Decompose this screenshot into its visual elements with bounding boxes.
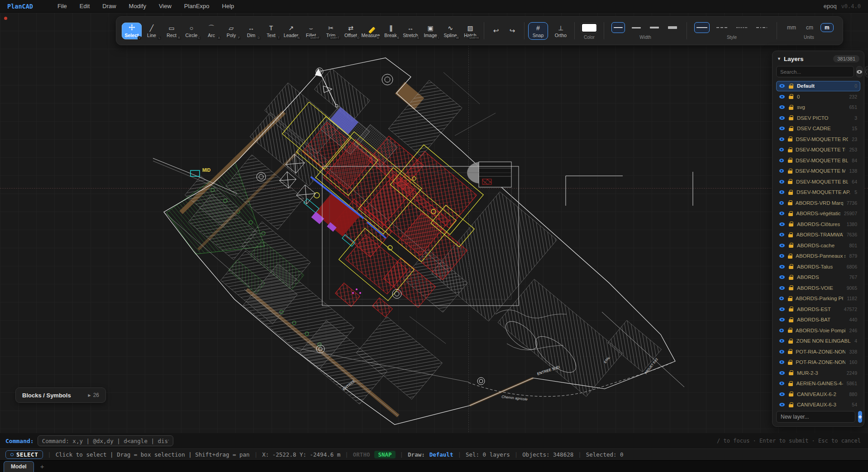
menu-modify[interactable]: Modify <box>123 3 153 9</box>
lock-icon[interactable] <box>788 126 793 131</box>
layer-row[interactable]: ABORDS-Clôtures1380 <box>776 219 860 230</box>
tool-measure[interactable]: MeasureM <box>361 23 381 39</box>
lock-icon[interactable] <box>787 158 792 163</box>
visibility-eye-icon[interactable] <box>779 350 784 354</box>
lock-icon[interactable] <box>788 84 793 89</box>
color-swatch[interactable] <box>582 24 596 32</box>
lock-icon[interactable] <box>788 137 792 142</box>
lock-icon[interactable] <box>788 381 792 386</box>
visibility-eye-icon[interactable] <box>779 159 784 162</box>
visibility-eye-icon[interactable] <box>779 265 785 269</box>
tool-arc[interactable]: ⌒ArcA <box>201 23 221 39</box>
layer-row[interactable]: AERIEN-GAINES-4-25861 <box>776 378 860 389</box>
style-option-dashdot[interactable] <box>754 22 769 33</box>
layer-row[interactable]: DSEV PICTO3 <box>776 113 860 123</box>
layer-row[interactable]: POT-RIA-ZONE-NON-...338 <box>776 347 860 357</box>
ortho-toggle[interactable]: ⊥ Ortho <box>551 23 571 39</box>
visibility-eye-icon[interactable] <box>779 116 785 120</box>
layer-row[interactable]: POT-RIA-ZONE-NON-...160 <box>776 357 860 368</box>
visibility-eye-icon[interactable] <box>779 382 784 385</box>
lock-icon[interactable] <box>788 179 792 184</box>
tab-model[interactable]: Model <box>4 461 34 472</box>
snap-toggle[interactable]: # Snap <box>528 22 548 40</box>
visibility-eye-icon[interactable] <box>779 297 784 300</box>
visibility-eye-icon[interactable] <box>779 371 785 375</box>
ortho-status[interactable]: ORTHO <box>353 451 370 458</box>
visibility-eye-icon[interactable] <box>779 318 785 321</box>
lock-icon[interactable] <box>788 339 792 344</box>
drawing-viewport[interactable]: MID <box>0 13 868 433</box>
visibility-eye-icon[interactable] <box>779 286 785 290</box>
visibility-eye-icon[interactable] <box>779 244 785 247</box>
visibility-eye-icon[interactable] <box>779 95 785 99</box>
lock-icon[interactable] <box>788 232 792 237</box>
layer-row[interactable]: DSEV-MOQUETTE BL...64 <box>776 177 860 187</box>
tool-rect[interactable]: ▭RectR <box>162 23 181 39</box>
tool-poly[interactable]: ▱PolyP <box>221 23 241 39</box>
lock-icon[interactable] <box>788 243 793 248</box>
visibility-eye-icon[interactable] <box>779 360 784 364</box>
lock-icon[interactable] <box>787 296 792 301</box>
tool-offset[interactable]: ⇄OffsetO <box>341 23 361 39</box>
tool-leader[interactable]: ↗LeaderN <box>281 23 301 39</box>
style-option-solid[interactable] <box>694 22 710 33</box>
tool-text[interactable]: TTextT <box>261 23 281 39</box>
layer-row[interactable]: DSEV-MOQUETTE RO...23 <box>776 134 860 145</box>
menu-file[interactable]: File <box>51 3 73 9</box>
visibility-eye-icon[interactable] <box>779 105 785 109</box>
visibility-eye-icon[interactable] <box>779 254 784 258</box>
lock-icon[interactable] <box>787 328 792 333</box>
lock-icon[interactable] <box>788 392 793 396</box>
unit-m[interactable]: m <box>820 23 834 32</box>
add-tab-button[interactable]: + <box>40 463 44 472</box>
layer-row[interactable]: ABORDS-Voie Pompiers246 <box>776 326 860 336</box>
lock-icon[interactable] <box>788 115 793 120</box>
visibility-eye-icon[interactable] <box>779 339 784 343</box>
layer-row[interactable]: ABORDS-Parking P6 ...1182 <box>776 293 860 304</box>
layer-row[interactable]: DSEV-MOQUETTE MO...138 <box>776 166 860 176</box>
layer-row[interactable]: ABORDS-VRD Marqu...7736 <box>776 198 860 208</box>
lock-icon[interactable] <box>788 370 793 375</box>
layer-row[interactable]: DSEV-MOQUETTE BLA...84 <box>776 156 860 166</box>
draw-layer-value[interactable]: Default <box>429 451 453 458</box>
style-option-dotted[interactable] <box>734 22 749 33</box>
layer-row[interactable]: ABORDS-cache801 <box>776 241 860 251</box>
visibility-eye-icon[interactable] <box>779 233 784 236</box>
lock-icon[interactable] <box>787 147 792 152</box>
tool-line[interactable]: ╱LineL <box>142 23 162 39</box>
layer-row[interactable]: CANIVEAUX-6-2880 <box>776 389 860 400</box>
width-option-4[interactable] <box>666 22 679 33</box>
tool-hatch[interactable]: ▨HatchShift+H <box>460 23 480 39</box>
layer-row[interactable]: ABORDS-VOIE9065 <box>776 283 860 293</box>
lock-icon[interactable] <box>788 211 792 216</box>
lock-icon[interactable] <box>788 222 793 227</box>
lock-icon[interactable] <box>788 360 792 365</box>
layer-row[interactable]: ABORDS-TRAMWAY7636 <box>776 230 860 240</box>
menu-edit[interactable]: Edit <box>73 3 96 9</box>
lock-icon[interactable] <box>788 402 793 407</box>
visibility-eye-icon[interactable] <box>779 180 784 184</box>
visibility-eye-icon[interactable] <box>779 137 784 141</box>
tool-image[interactable]: ▣ImageI <box>420 23 440 39</box>
layer-row[interactable]: ABORDS767 <box>776 272 860 283</box>
layer-row[interactable]: ABORDS-BAT440 <box>776 315 860 325</box>
menu-help[interactable]: Help <box>216 3 241 9</box>
lock-icon[interactable] <box>788 349 792 354</box>
layer-row[interactable]: ZONE NON ELINGABL...4 <box>776 336 860 346</box>
add-layer-button[interactable]: + <box>858 411 862 423</box>
layer-row[interactable]: ABORDS-Panneaux si...879 <box>776 251 860 261</box>
layers-collapse-toggle[interactable]: ▼ <box>777 57 781 61</box>
unit-cm[interactable]: cm <box>803 24 816 32</box>
lock-icon[interactable] <box>788 105 793 110</box>
lock-icon[interactable] <box>788 285 793 290</box>
isolate-layers-button[interactable] <box>865 66 868 77</box>
unit-mm[interactable]: mm <box>784 24 799 32</box>
layer-row[interactable]: DSEV-MOQUETTE TO...253 <box>776 145 860 155</box>
layer-row[interactable]: DSEV-MOQUETTE AP...5 <box>776 187 860 198</box>
visibility-eye-icon[interactable] <box>779 148 784 151</box>
layer-row[interactable]: svg651 <box>776 102 860 113</box>
width-option-1[interactable] <box>611 22 625 33</box>
tool-fillet[interactable]: ⌣FilletShift+F <box>301 23 321 39</box>
lock-icon[interactable] <box>788 254 792 259</box>
tool-stretch[interactable]: ↔StretchS <box>401 23 420 39</box>
